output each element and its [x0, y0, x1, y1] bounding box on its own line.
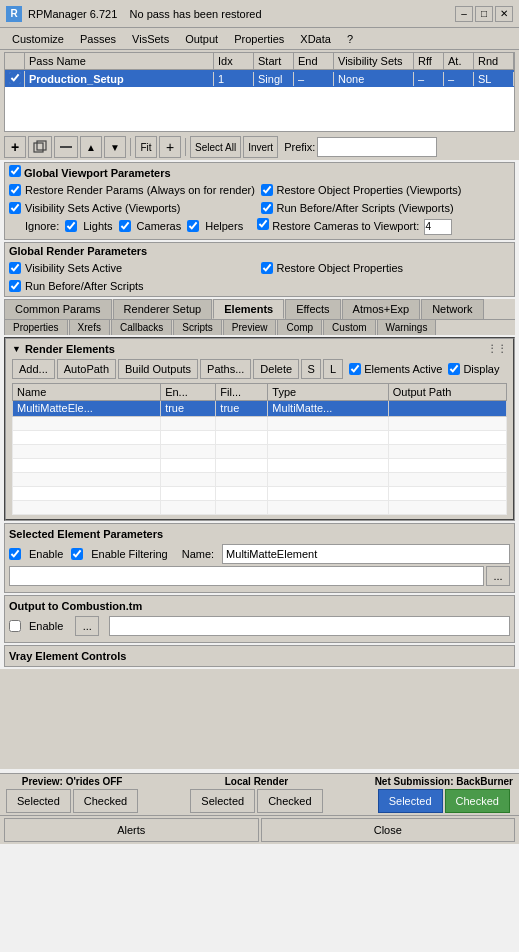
- tab-network[interactable]: Network: [421, 299, 483, 319]
- empty-table-row: [13, 486, 507, 500]
- tab-preview[interactable]: Preview: [223, 320, 277, 335]
- run-before-after-check[interactable]: [261, 202, 273, 214]
- tab-custom[interactable]: Custom: [323, 320, 375, 335]
- tab-effects[interactable]: Effects: [285, 299, 340, 319]
- menu-properties[interactable]: Properties: [226, 31, 292, 47]
- tab-elements[interactable]: Elements: [213, 299, 284, 319]
- move-down-btn[interactable]: ▼: [104, 136, 126, 158]
- fit-btn[interactable]: Fit: [135, 136, 157, 158]
- maximize-btn[interactable]: □: [475, 6, 493, 22]
- collapse-icon[interactable]: ▼: [12, 344, 21, 354]
- col-elem-en: En...: [161, 383, 216, 400]
- col-elem-fil: Fil...: [216, 383, 268, 400]
- restore-render-params-row: Restore Render Params (Always on for ren…: [9, 184, 259, 196]
- col-elem-type: Type: [268, 383, 388, 400]
- elem-filter-check[interactable]: [71, 548, 83, 560]
- elem-path-browse-btn[interactable]: ...: [486, 566, 510, 586]
- menu-customize[interactable]: Customize: [4, 31, 72, 47]
- visibility-sets-active-check[interactable]: [9, 202, 21, 214]
- display-check[interactable]: [448, 363, 460, 375]
- tab-renderer-setup[interactable]: Renderer Setup: [113, 299, 213, 319]
- table-row[interactable]: Production_Setup 1 Singl – None – – SL: [4, 69, 515, 87]
- restore-cameras-val[interactable]: [424, 219, 452, 235]
- local-selected-btn[interactable]: Selected: [190, 789, 255, 813]
- empty-table-row: [13, 472, 507, 486]
- restore-render-params-check[interactable]: [9, 184, 21, 196]
- tab-warnings[interactable]: Warnings: [377, 320, 437, 335]
- s-btn[interactable]: S: [301, 359, 321, 379]
- remove-pass-btn[interactable]: [54, 136, 78, 158]
- table-row[interactable]: MultiMatteEle... true true MultiMatte...: [13, 400, 507, 416]
- tab-common-params[interactable]: Common Params: [4, 299, 112, 319]
- menu-xdata[interactable]: XData: [292, 31, 339, 47]
- build-outputs-btn[interactable]: Build Outputs: [118, 359, 198, 379]
- elem-path-input[interactable]: [9, 566, 484, 586]
- status-bar: Alerts Close: [0, 815, 519, 844]
- preview-section-left: Preview: O'rides OFF Selected Checked: [6, 776, 138, 813]
- render-elements-panel: ▼ Render Elements ⋮⋮ Add... AutoPath Bui…: [4, 337, 515, 521]
- select-all-btn[interactable]: Select All: [190, 136, 241, 158]
- row-checkbox[interactable]: [5, 71, 25, 87]
- auto-path-btn[interactable]: AutoPath: [57, 359, 116, 379]
- duplicate-pass-btn[interactable]: [28, 136, 52, 158]
- elem-name-input[interactable]: [222, 544, 510, 564]
- empty-pass-rows: [4, 87, 515, 132]
- delete-element-btn[interactable]: Delete: [253, 359, 299, 379]
- tab-atmos-exp[interactable]: Atmos+Exp: [342, 299, 421, 319]
- move-up-btn[interactable]: ▲: [80, 136, 102, 158]
- minimize-btn[interactable]: –: [455, 6, 473, 22]
- elements-table-body: MultiMatteEle... true true MultiMatte...: [13, 400, 507, 514]
- selected-element-params: Selected Element Parameters Enable Enabl…: [4, 523, 515, 593]
- vray-title: Vray Element Controls: [9, 650, 510, 662]
- visibility-sets-active-row: Visibility Sets Active (Viewports): [9, 202, 259, 214]
- alerts-btn[interactable]: Alerts: [4, 818, 259, 842]
- toolbar: + ▲ ▼ Fit + Select All Invert Prefix:: [0, 134, 519, 160]
- preview-checked-btn[interactable]: Checked: [73, 789, 138, 813]
- menu-passes[interactable]: Passes: [72, 31, 124, 47]
- net-selected-btn[interactable]: Selected: [378, 789, 443, 813]
- render-restore-obj-check[interactable]: [261, 262, 273, 274]
- preview-selected-btn[interactable]: Selected: [6, 789, 71, 813]
- combustion-enable-check[interactable]: [9, 620, 21, 632]
- elements-active-check[interactable]: [349, 363, 361, 375]
- elem-enable-row: Enable Enable Filtering Name:: [9, 544, 510, 564]
- elem-enable-check[interactable]: [9, 548, 21, 560]
- menu-vissets[interactable]: VisSets: [124, 31, 177, 47]
- render-run-scripts-check[interactable]: [9, 280, 21, 292]
- ignore-helpers-check[interactable]: [187, 220, 199, 232]
- local-checked-btn[interactable]: Checked: [257, 789, 322, 813]
- col-rnd: Rnd: [474, 53, 514, 69]
- toolbar-separator-2: [185, 138, 186, 156]
- ignore-cameras-check[interactable]: [119, 220, 131, 232]
- render-vis-sets-check[interactable]: [9, 262, 21, 274]
- add-pass-btn[interactable]: +: [4, 136, 26, 158]
- ignore-lights-check[interactable]: [65, 220, 77, 232]
- row-rff: –: [414, 72, 444, 86]
- l-btn[interactable]: L: [323, 359, 343, 379]
- tab-xrefs[interactable]: Xrefs: [69, 320, 110, 335]
- prefix-input[interactable]: [317, 137, 437, 157]
- close-btn[interactable]: ✕: [495, 6, 513, 22]
- tab-properties[interactable]: Properties: [4, 320, 68, 335]
- row-at: –: [444, 72, 474, 86]
- tab-comp[interactable]: Comp: [277, 320, 322, 335]
- row-idx: 1: [214, 72, 254, 86]
- menu-help[interactable]: ?: [339, 31, 361, 47]
- menu-output[interactable]: Output: [177, 31, 226, 47]
- elements-table-head: Name En... Fil... Type Output Path: [13, 383, 507, 400]
- restore-cameras-check[interactable]: [257, 218, 269, 230]
- net-checked-btn[interactable]: Checked: [445, 789, 510, 813]
- tab-scripts[interactable]: Scripts: [173, 320, 222, 335]
- global-viewport-checkbox[interactable]: [9, 165, 21, 177]
- add-element-btn[interactable]: Add...: [12, 359, 55, 379]
- combustion-path-input[interactable]: [109, 616, 510, 636]
- elem-output-cell: [388, 400, 506, 416]
- add-small-btn[interactable]: +: [159, 136, 181, 158]
- combustion-browse-btn[interactable]: ...: [75, 616, 99, 636]
- paths-btn[interactable]: Paths...: [200, 359, 251, 379]
- close-window-btn[interactable]: Close: [261, 818, 516, 842]
- tab-callbacks[interactable]: Callbacks: [111, 320, 172, 335]
- invert-btn[interactable]: Invert: [243, 136, 278, 158]
- restore-object-props-viewport-check[interactable]: [261, 184, 273, 196]
- elem-type-cell: MultiMatte...: [268, 400, 388, 416]
